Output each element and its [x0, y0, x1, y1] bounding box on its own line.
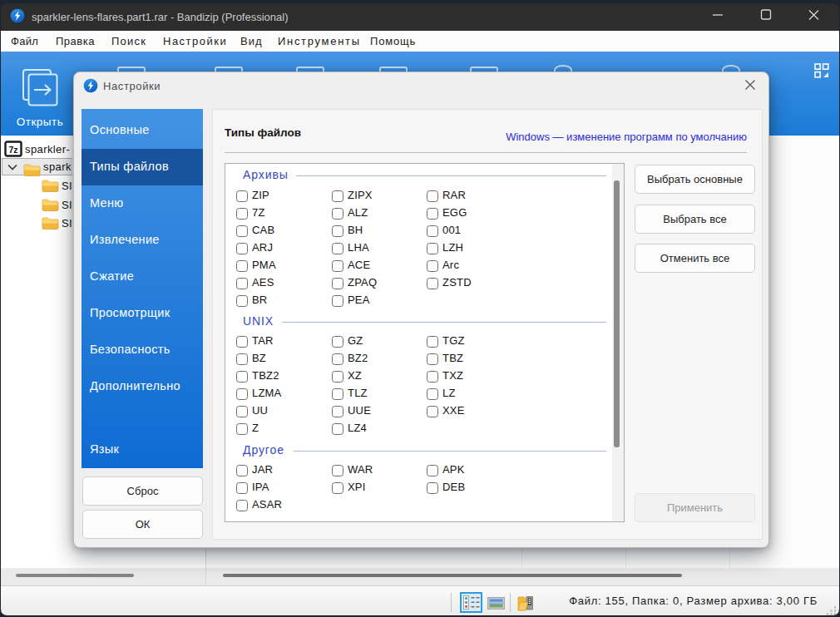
svg-text:7z: 7z	[8, 145, 17, 155]
